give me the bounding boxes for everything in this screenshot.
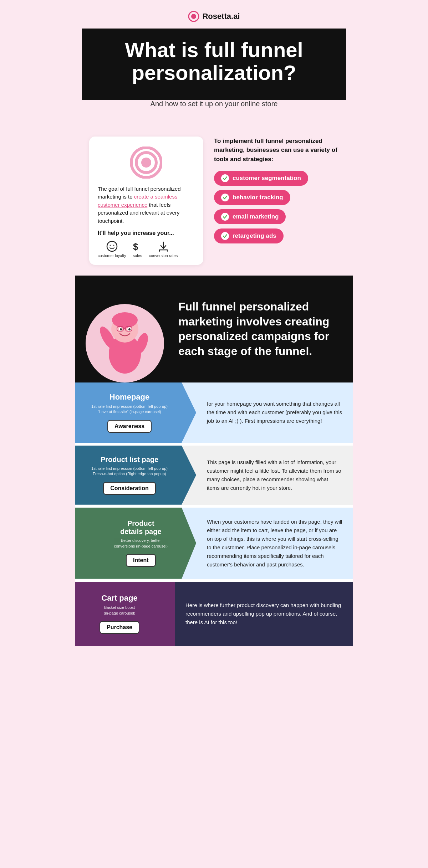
check-icon-3 — [221, 213, 229, 221]
increase-label: It'll help you increase your... — [98, 230, 195, 236]
icon-sales: $ sales — [132, 241, 143, 258]
page-title: What is full funnel personalization? — [92, 33, 336, 90]
conversion-label: conversion rates — [149, 253, 178, 258]
details-sub: Better discovery, betterconversions (in-… — [114, 538, 168, 549]
cart-info: Cart page Basket size boost(in-page caro… — [100, 594, 150, 634]
funnel-left-cart: Cart page Basket size boost(in-page caro… — [75, 582, 175, 646]
check-icon-1 — [221, 174, 229, 182]
productlist-title: Product list page — [91, 456, 168, 464]
icon-loyalty: customer loyalty — [98, 241, 126, 258]
page-header: Rosetta.ai What is full funnel personali… — [75, 0, 353, 126]
homepage-info: Homepage 1st-rate first impression (bott… — [91, 392, 178, 433]
target-icon — [130, 147, 162, 179]
character-area — [75, 276, 175, 382]
homepage-title: Homepage — [91, 392, 168, 402]
funnel-row-details: Productdetails page Better discovery, be… — [75, 508, 353, 579]
awareness-badge: Awareness — [107, 420, 152, 433]
tool-badge-segmentation: customer segmentation — [214, 171, 308, 186]
svg-point-16 — [120, 328, 122, 330]
intent-badge: Intent — [126, 554, 156, 567]
logo-text: Rosetta.ai — [202, 12, 240, 21]
tool-label-3: email marketing — [233, 213, 279, 220]
tool-label-4: retargeting ads — [233, 232, 276, 240]
svg-point-4 — [141, 158, 151, 168]
details-title: Productdetails page — [114, 519, 168, 536]
icon-conversion: conversion rates — [149, 241, 178, 258]
tool-badge-email: email marketing — [214, 209, 286, 224]
logo-area: Rosetta.ai — [82, 11, 346, 22]
funnel-row-cart: Cart page Basket size boost(in-page caro… — [75, 582, 353, 646]
tool-label-2: behavior tracking — [233, 194, 283, 201]
sales-label: sales — [133, 253, 142, 258]
icons-row: customer loyalty $ sales conversion rate… — [98, 241, 195, 258]
page-subtitle: And how to set it up on your online stor… — [82, 100, 346, 108]
consideration-badge: Consideration — [103, 482, 156, 495]
svg-point-17 — [128, 328, 131, 330]
divider-1 — [75, 443, 353, 446]
smiley-icon — [106, 241, 118, 252]
svg-point-11 — [112, 312, 138, 328]
character-svg — [93, 299, 157, 377]
card-body: The goal of full funnel personalized mar… — [98, 185, 195, 225]
details-info: Productdetails page Better discovery, be… — [114, 519, 178, 567]
info-card: The goal of full funnel personalized mar… — [89, 137, 203, 265]
homepage-description: for your homepage you want something tha… — [196, 382, 353, 443]
divider-2 — [75, 505, 353, 508]
svg-point-6 — [109, 245, 111, 246]
dark-banner: Full funnel personalized marketing invol… — [75, 276, 353, 382]
tools-list: To implement full funnel personalized ma… — [214, 137, 339, 248]
details-desc-text: When your customers have landed on this … — [207, 518, 342, 569]
svg-point-7 — [113, 245, 114, 246]
details-description: When your customers have landed on this … — [196, 508, 353, 579]
logo-icon — [188, 11, 199, 22]
cart-title: Cart page — [100, 594, 139, 603]
productlist-info: Product list page 1st-rate first impress… — [91, 456, 178, 495]
homepage-desc-text: for your homepage you want something tha… — [207, 400, 342, 425]
funnel-left-details: Productdetails page Better discovery, be… — [75, 508, 196, 579]
tools-section: The goal of full funnel personalized mar… — [75, 126, 353, 276]
productlist-desc-text: This page is usually filled with a lot o… — [207, 458, 342, 492]
check-icon-2 — [221, 194, 229, 201]
loyalty-label: customer loyalty — [98, 253, 126, 258]
tool-label-1: customer segmentation — [233, 175, 301, 182]
cart-sub: Basket size boost(in-page carousel) — [100, 605, 139, 616]
tool-badge-behavior: behavior tracking — [214, 190, 290, 205]
tool-badge-retargeting: retargeting ads — [214, 228, 284, 243]
banner-text: Full funnel personalized marketing invol… — [175, 299, 339, 359]
target-icon-area — [98, 147, 195, 179]
check-icon-4 — [221, 232, 229, 240]
homepage-sub: 1st-rate first impression (bottom-left p… — [91, 404, 168, 415]
download-icon — [158, 241, 169, 252]
svg-text:$: $ — [133, 241, 138, 252]
divider-3 — [75, 579, 353, 582]
svg-point-5 — [107, 241, 117, 251]
funnel-left-homepage: Homepage 1st-rate first impression (bott… — [75, 382, 196, 443]
funnel-row-homepage: Homepage 1st-rate first impression (bott… — [75, 382, 353, 443]
funnel-left-productlist: Product list page 1st-rate first impress… — [75, 446, 196, 505]
tools-intro-text: To implement full funnel personalized ma… — [214, 137, 339, 164]
cart-desc-text: Here is where further product discovery … — [185, 601, 342, 627]
productlist-description: This page is usually filled with a lot o… — [196, 446, 353, 505]
cart-description: Here is where further product discovery … — [175, 582, 353, 646]
svg-point-1 — [191, 14, 196, 19]
dollar-icon: $ — [132, 241, 143, 252]
character-figure — [93, 299, 157, 382]
funnel-row-productlist: Product list page 1st-rate first impress… — [75, 446, 353, 505]
productlist-sub: 1st-rate first impression (bottom-left p… — [91, 466, 168, 477]
purchase-badge: Purchase — [100, 621, 139, 634]
